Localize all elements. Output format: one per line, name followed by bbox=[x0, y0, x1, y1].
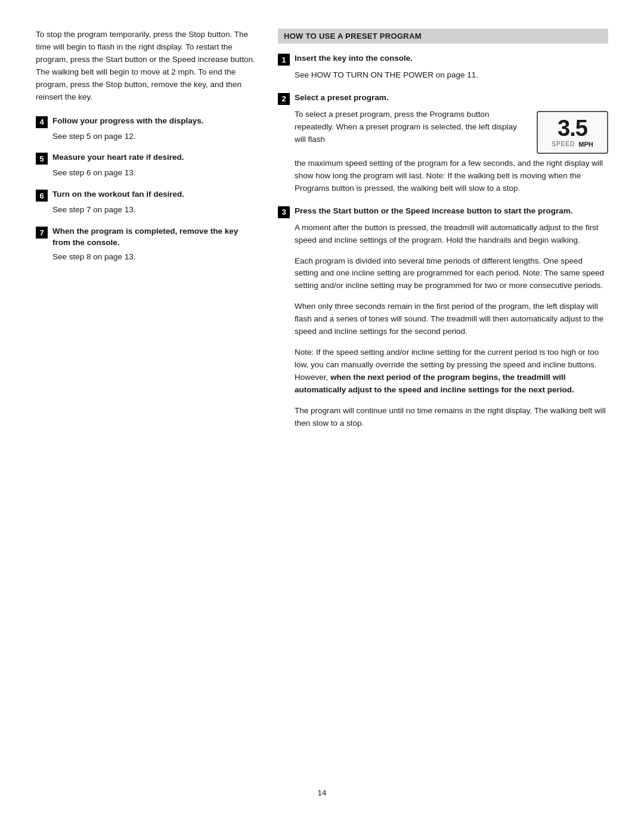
step-6-block: 6 Turn on the workout fan if desired. Se… bbox=[36, 189, 256, 216]
step-5-block: 5 Measure your heart rate if desired. Se… bbox=[36, 152, 256, 179]
step-7-header: 7 When the program is completed, remove … bbox=[36, 226, 256, 249]
right-step-3-header: 3 Press the Start button or the Speed in… bbox=[278, 206, 608, 218]
two-column-layout: To stop the program temporarily, press t… bbox=[36, 29, 608, 770]
right-step-3-block: 3 Press the Start button or the Speed in… bbox=[278, 206, 608, 430]
right-step-2-block: 2 Select a preset program. To select a p… bbox=[278, 92, 608, 195]
step-5-header: 5 Measure your heart rate if desired. bbox=[36, 152, 256, 165]
step-6-title: Turn on the workout fan if desired. bbox=[52, 189, 184, 200]
right-step-3-number: 3 bbox=[278, 206, 290, 218]
step-4-number: 4 bbox=[36, 116, 48, 128]
speed-label: SPEED bbox=[552, 141, 575, 147]
step-7-block: 7 When the program is completed, remove … bbox=[36, 226, 256, 264]
step-4-block: 4 Follow your progress with the displays… bbox=[36, 116, 256, 143]
right-step-1-header: 1 Insert the key into the console. bbox=[278, 53, 608, 66]
right-step-2-title: Select a preset program. bbox=[295, 92, 389, 104]
step-3-para-3: Note: If the speed setting and/or inclin… bbox=[295, 346, 608, 397]
step-3-para-0: A moment after the button is pressed, th… bbox=[295, 222, 608, 247]
step-2-body-before: To select a preset program, press the Pr… bbox=[295, 109, 527, 146]
step-7-body: See step 8 on page 13. bbox=[52, 251, 256, 264]
step-5-title: Measure your heart rate if desired. bbox=[52, 152, 184, 163]
step-3-para-4: The program will continue until no time … bbox=[295, 405, 608, 430]
right-step-1-title: Insert the key into the console. bbox=[295, 53, 413, 64]
right-column: HOW TO USE A PRESET PROGRAM 1 Insert the… bbox=[278, 29, 608, 770]
intro-paragraph: To stop the program temporarily, press t… bbox=[36, 29, 256, 104]
step-2-body-after: the maximum speed setting of the program… bbox=[295, 157, 608, 195]
right-step-3-paragraphs: A moment after the button is pressed, th… bbox=[295, 222, 608, 430]
right-step-2-header: 2 Select a preset program. bbox=[278, 92, 608, 105]
section-title: HOW TO USE A PRESET PROGRAM bbox=[278, 29, 608, 44]
right-step-2-content: To select a preset program, press the Pr… bbox=[295, 109, 608, 154]
step-4-header: 4 Follow your progress with the displays… bbox=[36, 116, 256, 128]
speed-display-number: 3.5 bbox=[558, 117, 587, 140]
step-4-body: See step 5 on page 12. bbox=[52, 131, 256, 143]
left-column: To stop the program temporarily, press t… bbox=[36, 29, 256, 770]
speed-display-widget: 3.5 SPEED MPH bbox=[537, 111, 608, 154]
step-6-body: See step 7 on page 13. bbox=[52, 204, 256, 216]
speed-unit: MPH bbox=[578, 141, 593, 148]
right-step-2-text: To select a preset program, press the Pr… bbox=[295, 109, 527, 146]
step-3-para-2: When only three seconds remain in the fi… bbox=[295, 301, 608, 338]
right-step-3-title: Press the Start button or the Speed incr… bbox=[295, 206, 573, 217]
step-5-body: See step 6 on page 13. bbox=[52, 167, 256, 179]
step-6-header: 6 Turn on the workout fan if desired. bbox=[36, 189, 256, 202]
step-4-title: Follow your progress with the displays. bbox=[52, 116, 204, 127]
step-5-number: 5 bbox=[36, 153, 48, 165]
right-step-2-number: 2 bbox=[278, 93, 290, 105]
right-step-1-number: 1 bbox=[278, 54, 290, 66]
right-step-1-body: See HOW TO TURN ON THE POWER on page 11. bbox=[295, 69, 608, 82]
page-number: 14 bbox=[36, 788, 608, 797]
step-7-number: 7 bbox=[36, 227, 48, 239]
step-7-title: When the program is completed, remove th… bbox=[52, 226, 256, 249]
right-step-1-block: 1 Insert the key into the console. See H… bbox=[278, 53, 608, 82]
step-6-number: 6 bbox=[36, 190, 48, 202]
page: To stop the program temporarily, press t… bbox=[0, 0, 644, 833]
step-3-para-1: Each program is divided into several tim… bbox=[295, 255, 608, 293]
speed-display-label-row: SPEED MPH bbox=[552, 141, 593, 148]
